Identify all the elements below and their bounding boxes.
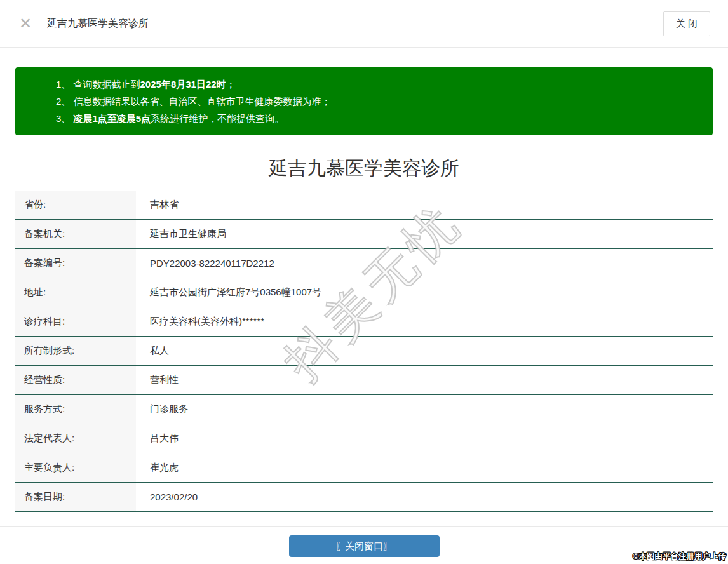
close-button[interactable]: 关 闭: [663, 11, 710, 36]
close-window-button[interactable]: 〖关闭窗口〗: [289, 535, 440, 557]
notice-line-3: 3、 凌晨1点至凌晨5点系统进行维护，不能提供查询。: [56, 110, 700, 127]
table-row: 法定代表人: 吕大伟: [15, 424, 713, 453]
table-row: 备案日期: 2023/02/20: [15, 483, 713, 512]
row-label: 备案编号:: [15, 249, 136, 278]
row-label: 服务方式:: [15, 395, 136, 424]
row-value: 吕大伟: [136, 433, 713, 445]
notice-line-1: 1、 查询数据截止到2025年8月31日22时；: [56, 76, 700, 93]
row-label: 备案日期:: [15, 483, 136, 511]
table-row: 省份: 吉林省: [15, 191, 713, 220]
row-value: 2023/02/20: [136, 492, 713, 502]
top-bar: ✕ 延吉九慕医学美容诊所 关 闭: [0, 0, 728, 48]
table-row: 备案编号: PDY22003-822240117D2212: [15, 249, 713, 278]
row-label: 经营性质:: [15, 366, 136, 394]
row-value: 医疗美容科(美容外科)******: [136, 316, 713, 328]
row-label: 诊疗科目:: [15, 307, 136, 336]
close-icon[interactable]: ✕: [19, 16, 32, 31]
row-value: 营利性: [136, 374, 713, 386]
row-label: 备案机关:: [15, 220, 136, 248]
row-label: 主要负责人:: [15, 453, 136, 482]
notice-box: 1、 查询数据截止到2025年8月31日22时； 2、 信息数据结果以各省、自治…: [15, 67, 713, 135]
row-value: 崔光虎: [136, 462, 713, 474]
row-label: 地址:: [15, 278, 136, 307]
clinic-name-title: 延吉九慕医学美容诊所: [15, 155, 713, 182]
row-value: 吉林省: [136, 199, 713, 211]
image-attribution: ©本图由平台注册用户上传: [633, 551, 726, 562]
notice-line-2: 2、 信息数据结果以各省、自治区、直辖市卫生健康委数据为准；: [56, 93, 700, 110]
content: 1、 查询数据截止到2025年8月31日22时； 2、 信息数据结果以各省、自治…: [0, 67, 728, 512]
details-table: 省份: 吉林省 备案机关: 延吉市卫生健康局 备案编号: PDY22003-82…: [15, 191, 713, 512]
table-row: 主要负责人: 崔光虎: [15, 453, 713, 483]
table-row: 经营性质: 营利性: [15, 366, 713, 395]
row-label: 法定代表人:: [15, 424, 136, 453]
row-value: 私人: [136, 345, 713, 357]
footer-bar: 〖关闭窗口〗: [0, 526, 728, 557]
row-value: 门诊服务: [136, 403, 713, 415]
table-row: 服务方式: 门诊服务: [15, 395, 713, 424]
table-row: 诊疗科目: 医疗美容科(美容外科)******: [15, 307, 713, 337]
table-row: 所有制形式: 私人: [15, 337, 713, 366]
row-value: 延吉市公园街广泽红府7号0356幢1007号: [136, 286, 713, 299]
window-title: 延吉九慕医学美容诊所: [47, 17, 149, 30]
page: ✕ 延吉九慕医学美容诊所 关 闭 1、 查询数据截止到2025年8月31日22时…: [0, 0, 728, 564]
row-label: 所有制形式:: [15, 337, 136, 365]
row-value: PDY22003-822240117D2212: [136, 258, 713, 269]
table-row: 备案机关: 延吉市卫生健康局: [15, 220, 713, 249]
row-label: 省份:: [15, 191, 136, 219]
row-value: 延吉市卫生健康局: [136, 228, 713, 240]
table-row: 地址: 延吉市公园街广泽红府7号0356幢1007号: [15, 278, 713, 307]
